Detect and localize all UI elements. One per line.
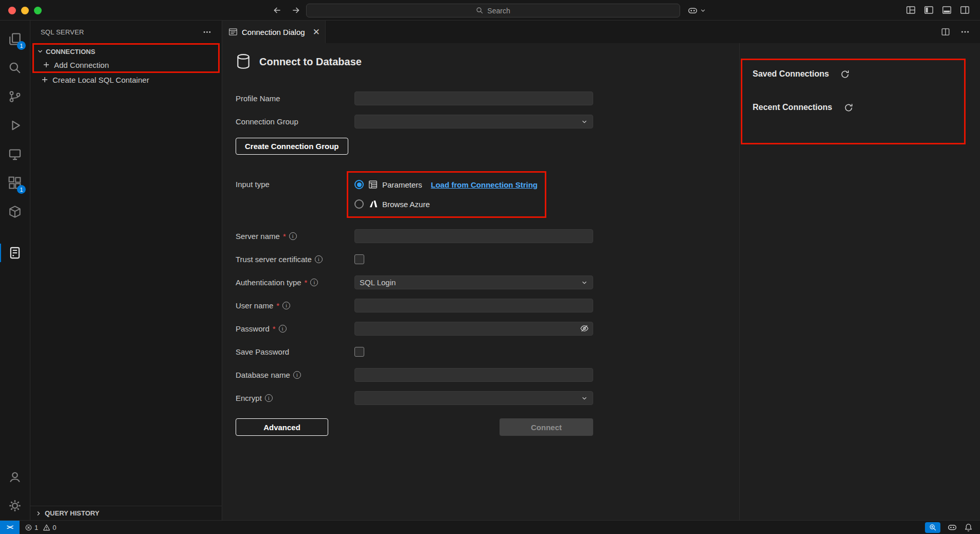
chevron-down-icon xyxy=(581,395,588,402)
connection-group-row: Connection Group xyxy=(236,115,593,128)
parameters-radio[interactable] xyxy=(354,180,364,189)
history-navigation xyxy=(272,5,301,16)
traffic-lights xyxy=(8,0,42,21)
remote-icon: >< xyxy=(7,524,13,531)
maximize-window-button[interactable] xyxy=(34,7,42,14)
customize-layout-button[interactable] xyxy=(905,4,917,16)
info-icon[interactable]: i xyxy=(293,371,301,379)
password-input[interactable] xyxy=(354,322,593,336)
sidebar-item-sql-server[interactable] xyxy=(0,238,30,267)
notifications-bell-icon[interactable] xyxy=(964,523,973,532)
create-local-sql-container-item[interactable]: Create Local SQL Container xyxy=(32,73,222,86)
search-command-center[interactable]: Search xyxy=(306,4,680,17)
user-name-row: User name * i xyxy=(236,299,593,312)
info-icon[interactable]: i xyxy=(279,325,287,333)
accounts-button[interactable] xyxy=(0,463,30,491)
cube-icon xyxy=(8,205,22,218)
arrow-right-icon xyxy=(291,6,300,15)
encrypt-select[interactable] xyxy=(354,391,593,405)
status-bar-right xyxy=(925,522,980,533)
label-text: Database name xyxy=(236,371,290,379)
label-text: Trust server certificate xyxy=(236,255,312,264)
authentication-type-row: Authentication type * i SQL Login xyxy=(236,275,593,289)
sidebar-item-remote-explorer[interactable] xyxy=(0,140,30,169)
sidebar-title: SQL SERVER xyxy=(41,28,84,36)
refresh-recent-connections-icon[interactable] xyxy=(844,103,853,113)
split-editor-icon[interactable] xyxy=(940,26,951,38)
label-text: User name xyxy=(236,301,273,310)
server-name-input[interactable] xyxy=(354,229,593,243)
sidebar-item-run-debug[interactable] xyxy=(0,111,30,140)
sidebar-right-icon xyxy=(960,5,970,15)
label-text: Encrypt xyxy=(236,394,262,402)
browse-azure-radio[interactable] xyxy=(354,199,364,209)
customize-layout-icon xyxy=(906,5,916,15)
label-text: Password xyxy=(236,324,270,333)
forward-button[interactable] xyxy=(290,5,301,16)
sidebar-item-explorer[interactable]: 1 xyxy=(0,25,30,53)
warning-count: 0 xyxy=(52,524,56,531)
chevron-down-icon xyxy=(581,118,588,125)
back-button[interactable] xyxy=(272,5,283,16)
toggle-secondary-sidebar-button[interactable] xyxy=(959,4,971,16)
profile-name-input[interactable] xyxy=(354,91,593,105)
remote-indicator-button[interactable]: >< xyxy=(0,521,20,534)
add-connection-label: Add Connection xyxy=(54,61,109,69)
info-icon[interactable]: i xyxy=(265,394,273,402)
connections-section-label: CONNECTIONS xyxy=(46,48,95,56)
problems-status-item[interactable]: 1 0 xyxy=(25,524,56,531)
copilot-menu-button[interactable] xyxy=(688,4,706,17)
annotation-box-saved-recent: Saved Connections Recent Connections xyxy=(741,59,966,144)
info-icon[interactable]: i xyxy=(310,279,318,286)
save-password-checkbox[interactable] xyxy=(354,347,364,357)
copilot-status-icon[interactable] xyxy=(948,523,957,532)
toggle-primary-sidebar-button[interactable] xyxy=(923,4,935,16)
arrow-left-icon xyxy=(273,6,282,15)
database-name-row: Database name i xyxy=(236,368,593,382)
annotation-box-input-type: Parameters Load from Connection String B… xyxy=(347,171,546,218)
server-name-row: Server name * i xyxy=(236,229,593,243)
info-icon[interactable]: i xyxy=(315,255,323,263)
connect-button[interactable]: Connect xyxy=(500,418,593,436)
vscode-window: Search xyxy=(0,0,980,534)
toggle-password-visibility-icon[interactable] xyxy=(580,324,589,333)
load-from-connection-string-link[interactable]: Load from Connection String xyxy=(431,180,538,189)
refresh-saved-connections-icon[interactable] xyxy=(840,69,850,79)
explorer-badge: 1 xyxy=(17,41,26,50)
add-connection-item[interactable]: Add Connection xyxy=(34,58,218,71)
more-actions-icon[interactable] xyxy=(959,26,971,38)
sidebar-item-containers[interactable] xyxy=(0,197,30,226)
close-window-button[interactable] xyxy=(8,7,16,14)
sidebar-item-extensions[interactable]: 1 xyxy=(0,169,30,197)
close-tab-icon[interactable]: ✕ xyxy=(313,28,320,36)
query-history-section-header[interactable]: QUERY HISTORY xyxy=(30,506,222,520)
connection-form: Profile Name Connection Group xyxy=(236,91,593,436)
plus-icon xyxy=(41,76,49,84)
minimize-window-button[interactable] xyxy=(21,7,29,14)
more-actions-icon[interactable] xyxy=(202,27,212,38)
save-password-label: Save Password xyxy=(236,347,354,356)
zoom-status-button[interactable] xyxy=(925,522,940,533)
label-text: Input type xyxy=(236,180,270,189)
parameters-label: Parameters xyxy=(382,180,422,189)
trust-certificate-label: Trust server certificate i xyxy=(236,255,354,264)
encrypt-label: Encrypt i xyxy=(236,394,354,402)
user-name-input[interactable] xyxy=(354,299,593,312)
connection-group-select[interactable] xyxy=(354,115,593,128)
settings-button[interactable] xyxy=(0,491,30,520)
trust-certificate-checkbox[interactable] xyxy=(354,254,364,264)
toggle-panel-button[interactable] xyxy=(941,4,953,16)
authentication-type-select[interactable]: SQL Login xyxy=(354,275,593,289)
connections-section-header[interactable]: CONNECTIONS xyxy=(34,45,218,58)
create-connection-group-button[interactable]: Create Connection Group xyxy=(236,138,348,155)
info-icon[interactable]: i xyxy=(289,232,297,240)
info-icon[interactable]: i xyxy=(282,302,290,309)
browse-azure-label: Browse Azure xyxy=(382,200,430,209)
tab-connection-dialog[interactable]: Connection Dialog ✕ xyxy=(222,21,326,43)
database-name-input[interactable] xyxy=(354,368,593,382)
sidebar-item-search[interactable] xyxy=(0,53,30,82)
sidebar-item-source-control[interactable] xyxy=(0,82,30,111)
advanced-button[interactable]: Advanced xyxy=(236,418,328,436)
input-type-label: Input type xyxy=(236,171,354,189)
chevron-down-icon xyxy=(36,47,44,56)
